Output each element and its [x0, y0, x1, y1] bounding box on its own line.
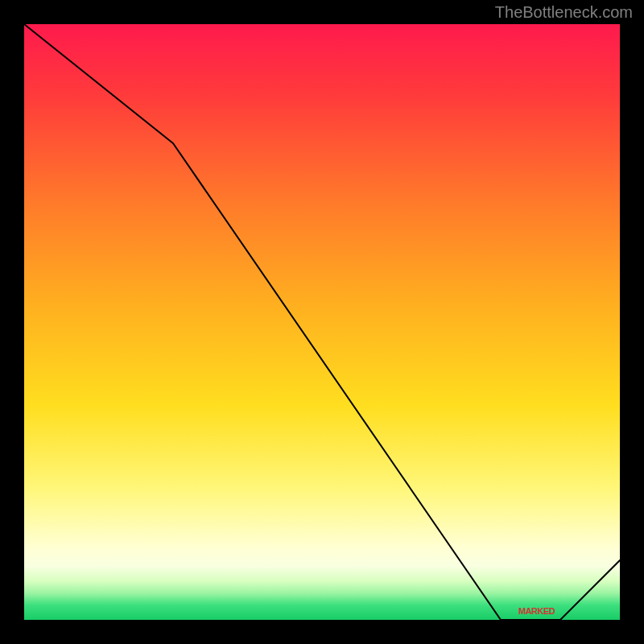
- chart-container: MARKED: [24, 24, 620, 620]
- chart-line: [24, 24, 620, 620]
- chart-annotation-marker: MARKED: [518, 606, 555, 616]
- attribution-text: TheBottleneck.com: [495, 3, 633, 22]
